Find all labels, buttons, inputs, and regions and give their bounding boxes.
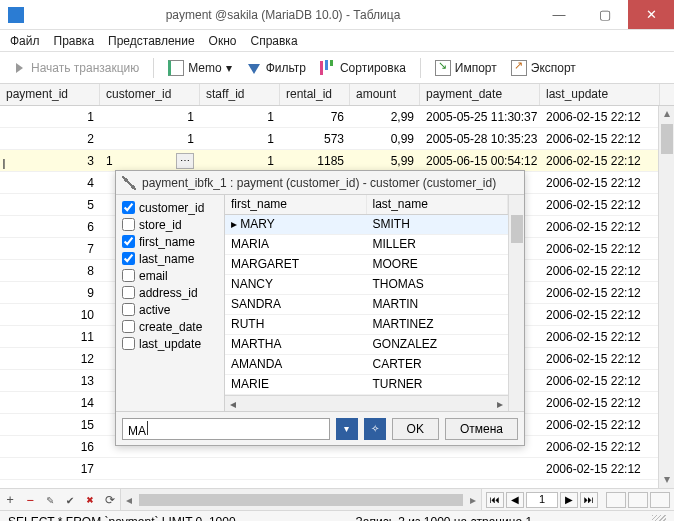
cell-payment-id[interactable]: 15 [0,416,100,434]
fk-column-check[interactable]: email [122,267,218,284]
menu-window[interactable]: Окно [209,34,237,48]
fk-column-check[interactable]: last_update [122,335,218,352]
cell-payment-date[interactable]: 2005-05-28 10:35:23 [420,130,540,148]
cell-last-update[interactable]: 2006-02-15 22:12 [540,240,660,258]
pager-first[interactable]: ⏮ [486,492,504,508]
cell-payment-id[interactable]: 14 [0,394,100,412]
import-button[interactable]: Импорт [431,58,501,78]
cell-amount[interactable] [350,467,420,471]
cell-amount[interactable]: 5,99 [350,152,420,170]
cell-payment-date[interactable] [420,467,540,471]
nav-add-row[interactable]: + [0,493,20,507]
fk-result-row[interactable]: SANDRAMARTIN [225,295,508,315]
checkbox[interactable] [122,286,135,299]
cell-customer-id-editing[interactable]: 1⋯ [100,151,200,171]
cell-payment-id[interactable]: 8 [0,262,100,280]
cell-payment-id[interactable]: 17 [0,460,100,478]
cell-customer-id[interactable]: 1 [100,130,200,148]
table-row[interactable]: 31⋯111855,992005-06-15 00:54:122006-02-1… [0,150,674,172]
pager-last[interactable]: ⏭ [580,492,598,508]
cell-rental-id[interactable]: 76 [280,108,350,126]
fk-settings-button[interactable]: ✧ [364,418,386,440]
cell-rental-id[interactable] [280,467,350,471]
scroll-right-icon[interactable]: ▸ [492,397,508,411]
cell-last-update[interactable]: 2006-02-15 22:12 [540,152,660,170]
fk-result-row[interactable]: NANCYTHOMAS [225,275,508,295]
pager-page-input[interactable]: 1 [526,492,558,508]
checkbox[interactable] [122,303,135,316]
cell-customer-id[interactable]: 1 [100,108,200,126]
checkbox[interactable] [122,252,135,265]
cell-rental-id[interactable]: 1185 [280,152,350,170]
fk-filter-dropdown-button[interactable]: ▾ [336,418,358,440]
cell-last-update[interactable]: 2006-02-15 22:12 [540,416,660,434]
nav-commit[interactable]: ✔ [60,493,80,507]
cell-last-update[interactable]: 2006-02-15 22:12 [540,196,660,214]
col-last-update[interactable]: last_update [540,84,660,105]
cell-last-update[interactable]: 2006-02-15 22:12 [540,350,660,368]
checkbox[interactable] [122,337,135,350]
filter-button[interactable]: Фильтр [242,59,310,77]
cell-payment-id[interactable]: 9 [0,284,100,302]
cell-last-update[interactable]: 2006-02-15 22:12 [540,394,660,412]
table-row[interactable]: 111762,992005-05-25 11:30:372006-02-15 2… [0,106,674,128]
scroll-left-icon[interactable]: ◂ [121,493,137,507]
cell-staff-id[interactable] [200,467,280,471]
cell-payment-id[interactable]: 3 [0,152,100,170]
hscroll-thumb[interactable] [139,494,463,506]
cell-customer-id[interactable] [100,467,200,471]
minimize-button[interactable]: — [536,0,582,29]
col-customer-id[interactable]: customer_id [100,84,200,105]
cell-last-update[interactable]: 2006-02-15 22:12 [540,438,660,456]
scroll-left-icon[interactable]: ◂ [225,397,241,411]
pager-next[interactable]: ▶ [560,492,578,508]
cell-payment-id[interactable]: 11 [0,328,100,346]
view-mode-form[interactable] [628,492,648,508]
maximize-button[interactable]: ▢ [582,0,628,29]
fk-horizontal-scrollbar[interactable]: ◂ ▸ [225,395,508,411]
fk-result-row[interactable]: ▸ MARYSMITH [225,215,508,235]
export-button[interactable]: Экспорт [507,58,580,78]
cell-last-update[interactable]: 2006-02-15 22:12 [540,306,660,324]
fk-result-row[interactable]: MARIETURNER [225,375,508,395]
cell-last-update[interactable]: 2006-02-15 22:12 [540,460,660,478]
cell-payment-id[interactable]: 2 [0,130,100,148]
cell-last-update[interactable]: 2006-02-15 22:12 [540,262,660,280]
horizontal-scrollbar[interactable]: ◂ ▸ [120,489,482,510]
sort-button[interactable]: Сортировка [316,58,410,78]
table-row[interactable]: 172006-02-15 22:12 [0,458,674,480]
ok-button[interactable]: OK [392,418,439,440]
fk-column-check[interactable]: active [122,301,218,318]
resize-grip[interactable] [652,515,666,521]
fk-result-row[interactable]: MARGARETMOORE [225,255,508,275]
fk-column-check[interactable]: store_id [122,216,218,233]
menu-view[interactable]: Представление [108,34,195,48]
cell-payment-id[interactable]: 7 [0,240,100,258]
scroll-right-icon[interactable]: ▸ [465,493,481,507]
cell-amount[interactable]: 2,99 [350,108,420,126]
cell-staff-id[interactable]: 1 [200,130,280,148]
checkbox[interactable] [122,269,135,282]
cell-payment-id[interactable]: 4 [0,174,100,192]
cancel-button[interactable]: Отмена [445,418,518,440]
fk-result-row[interactable]: MARIAMILLER [225,235,508,255]
start-transaction-button[interactable]: Начать транзакцию [8,58,143,78]
nav-refresh[interactable]: ⟳ [100,493,120,507]
fk-result-row[interactable]: MARTHAGONZALEZ [225,335,508,355]
cell-last-update[interactable]: 2006-02-15 22:12 [540,174,660,192]
fk-filter-input[interactable]: MA [122,418,330,440]
cell-last-update[interactable]: 2006-02-15 22:12 [540,284,660,302]
nav-cancel[interactable]: ✖ [80,493,100,507]
cell-amount[interactable]: 0,99 [350,130,420,148]
fk-column-check[interactable]: address_id [122,284,218,301]
fk-lookup-button[interactable]: ⋯ [176,153,194,169]
menu-edit[interactable]: Правка [54,34,95,48]
fk-scroll-thumb[interactable] [511,215,523,243]
col-amount[interactable]: amount [350,84,420,105]
cell-payment-id[interactable]: 1 [0,108,100,126]
fk-result-row[interactable]: RUTHMARTINEZ [225,315,508,335]
cell-last-update[interactable]: 2006-02-15 22:12 [540,108,660,126]
fk-column-check[interactable]: last_name [122,250,218,267]
fk-column-check[interactable]: create_date [122,318,218,335]
col-payment-date[interactable]: payment_date [420,84,540,105]
